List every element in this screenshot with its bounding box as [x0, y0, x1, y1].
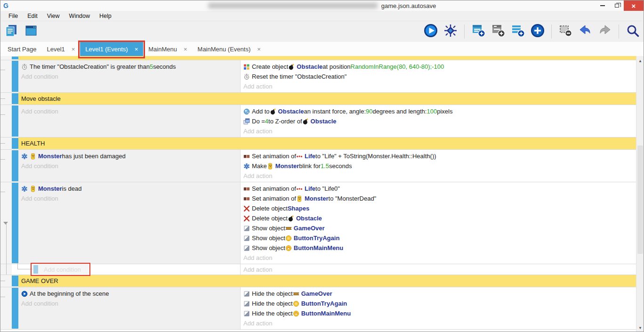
action-line[interactable]: Delete object Shapes [243, 203, 636, 213]
text-segment: blink for [299, 161, 321, 171]
action-line[interactable]: Hide the object ButtonTryAgain [243, 299, 636, 308]
add-action-button[interactable]: Add action [243, 253, 636, 263]
tab-close-icon[interactable]: × [72, 46, 75, 53]
vertical-scrollbar[interactable]: ▲ ▼ [636, 56, 644, 332]
add-other-button[interactable] [530, 24, 546, 40]
scene-editor-button[interactable] [23, 24, 39, 40]
add-comment-button[interactable] [510, 24, 526, 40]
actions-cell[interactable]: Create object Obstacle at position Rando… [241, 60, 636, 92]
conditions-cell[interactable]: Monster is deadAdd condition [18, 182, 241, 264]
comment-row[interactable]: GAME OVER [0, 275, 636, 287]
add-action-button[interactable]: Add action [243, 171, 636, 181]
subevent-row[interactable]: Add conditionAdd action [0, 264, 636, 275]
tab-close-icon[interactable]: × [135, 46, 138, 53]
tab-mainmenu-events-[interactable]: MainMenu (Events)× [193, 42, 266, 56]
action-line[interactable]: Make Monster blink for 1.5 seconds [243, 161, 636, 171]
menu-edit[interactable]: Edit [23, 12, 42, 20]
add-event-button[interactable] [470, 24, 486, 40]
action-line[interactable]: Set animation of Monster to "MonsterDead… [243, 194, 636, 203]
close-button[interactable]: × [624, 0, 644, 11]
action-line[interactable]: Create object Obstacle at position Rando… [243, 62, 636, 72]
collapse-triangle-icon[interactable] [3, 222, 8, 225]
actions-cell[interactable]: Set animation of Life to "Life" + ToStri… [241, 150, 636, 182]
add-subevent-button[interactable] [490, 24, 506, 40]
actions-cell[interactable]: Add to Obstacle an instant force, angle:… [241, 105, 636, 137]
scroll-up-arrow[interactable]: ▲ [636, 57, 644, 65]
add-action-button[interactable]: Add action [243, 318, 636, 328]
tab-start-page[interactable]: Start Page [2, 42, 41, 56]
subevent-condition-cell[interactable]: Add condition [12, 264, 241, 275]
parameter-value: 90 [366, 106, 372, 116]
event-selection-bar[interactable] [12, 138, 18, 149]
menu-window[interactable]: Window [65, 12, 94, 20]
event-selection-bar[interactable] [12, 150, 18, 181]
actions-cell[interactable]: Hide the object GameOverHide the object … [241, 287, 636, 329]
undo-button[interactable] [577, 24, 593, 40]
add-condition-button[interactable]: Add condition [21, 106, 240, 116]
conditions-cell[interactable]: Monster has just been damagedAdd conditi… [18, 150, 241, 182]
play-button[interactable] [423, 24, 439, 40]
action-line[interactable]: Reset the timer "ObstacleCreation" [243, 72, 636, 81]
object-name: GameOver [301, 289, 332, 299]
event-selection-bar[interactable] [12, 275, 18, 286]
tab-mainmenu[interactable]: MainMenu× [143, 42, 192, 56]
add-condition-button[interactable]: Add condition [21, 194, 240, 203]
condition-line[interactable]: The timer "ObstacleCreation" is greater … [21, 62, 240, 72]
add-action-button[interactable]: Add action [243, 81, 636, 91]
tab-level1-events-[interactable]: Level1 (Events)× [80, 42, 143, 56]
menu-file[interactable]: File [4, 12, 22, 20]
scrollbar-thumb[interactable] [637, 146, 643, 254]
comment-row[interactable]: HEALTH [0, 138, 636, 150]
conditions-cell[interactable]: The timer "ObstacleCreation" is greater … [18, 60, 241, 92]
delete-event-button[interactable] [557, 24, 573, 40]
parameter-value: RandomInRange(80, 640-80);-100 [351, 62, 444, 72]
restore-button[interactable] [610, 0, 624, 11]
actions-cell[interactable]: Set animation of Life to "Life0"Set anim… [241, 182, 636, 264]
add-condition-button[interactable]: Add condition [21, 299, 240, 308]
action-line[interactable]: Hide the object GameOver [243, 289, 636, 299]
action-line[interactable]: Hide the object ButtonMainMenu [243, 308, 636, 318]
tree-tick [0, 98, 5, 99]
action-line[interactable]: Show object ButtonMainMenu [243, 243, 636, 253]
add-condition-button[interactable]: Add condition [21, 161, 240, 171]
hide-icon [243, 300, 250, 307]
comment-row[interactable]: Move obstacle [0, 93, 636, 105]
redo-button[interactable] [597, 24, 613, 40]
conditions-cell[interactable]: At the beginning of the sceneAdd conditi… [18, 287, 241, 329]
event-selection-bar[interactable] [12, 57, 18, 59]
project-manager-button[interactable] [3, 24, 19, 40]
add-action-button[interactable]: Add action [243, 265, 636, 275]
event-selection-bar[interactable] [12, 288, 18, 329]
condition-line[interactable]: Monster has just been damaged [21, 151, 240, 161]
tab-level1[interactable]: Level1× [41, 42, 80, 56]
add-condition-button[interactable]: Add condition [21, 72, 240, 81]
action-line[interactable]: Set animation of Life to "Life0" [243, 184, 636, 194]
event-selection-bar[interactable] [12, 61, 18, 92]
menu-help[interactable]: Help [95, 12, 116, 20]
event-selection-bar[interactable] [12, 105, 18, 137]
condition-line[interactable]: At the beginning of the scene [21, 289, 240, 299]
conditions-cell[interactable]: Add condition [18, 105, 241, 137]
debug-button[interactable] [443, 24, 459, 40]
minimize-button[interactable] [596, 0, 610, 11]
action-line[interactable]: Add to Obstacle an instant force, angle:… [243, 106, 636, 116]
tab-close-icon[interactable]: × [184, 46, 187, 53]
event-selection-bar[interactable] [12, 183, 18, 263]
tab-bar: Start PageLevel1×Level1 (Events)×MainMen… [0, 42, 644, 56]
action-line[interactable]: Show object GameOver [243, 223, 636, 233]
action-line[interactable]: Do = 4 to Z-order of Obstacle [243, 116, 636, 126]
text-segment: Delete object [252, 213, 288, 223]
action-line[interactable]: Set animation of Life to "Life" + ToStri… [243, 151, 636, 161]
add-action-button[interactable]: Add action [243, 126, 636, 136]
restore-icon [615, 4, 619, 8]
action-line[interactable]: Show object ButtonTryAgain [243, 233, 636, 243]
menu-view[interactable]: View [43, 12, 64, 20]
tab-close-icon[interactable]: × [257, 46, 261, 53]
action-line[interactable]: Delete object Obstacle [243, 213, 636, 223]
event-selection-bar[interactable] [12, 93, 18, 104]
search-button[interactable] [625, 24, 641, 40]
button-icon [285, 235, 292, 242]
scroll-down-arrow[interactable]: ▼ [636, 324, 644, 332]
actions-cell[interactable]: Add action [241, 264, 636, 275]
condition-line[interactable]: Monster is dead [21, 184, 240, 194]
